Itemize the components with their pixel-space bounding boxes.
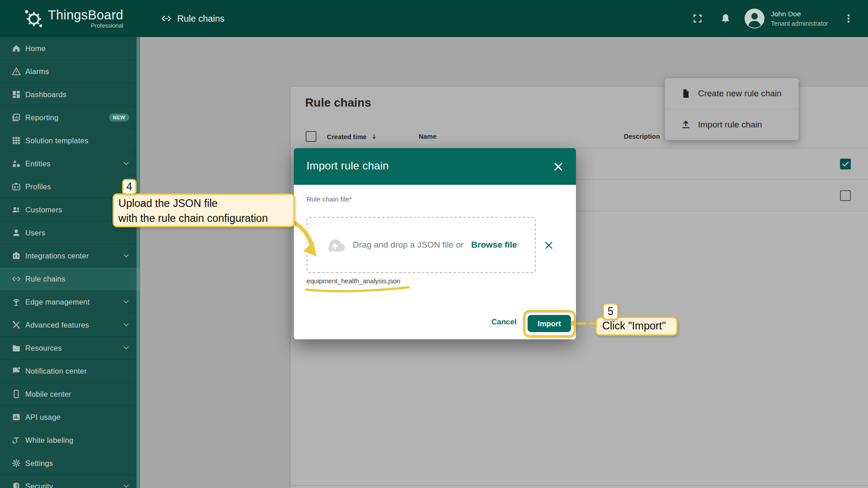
sidebar-item-settings[interactable]: Settings bbox=[0, 452, 140, 475]
settings-gear-icon bbox=[11, 458, 21, 468]
rule-chain-file-label: Rule chain file* bbox=[307, 195, 352, 203]
import-button[interactable]: Import bbox=[528, 315, 571, 332]
sidebar-item-reporting[interactable]: Reporting NEW bbox=[0, 106, 140, 129]
profiles-icon bbox=[11, 182, 21, 192]
chevron-down-icon bbox=[122, 298, 130, 306]
sidebar-item-dashboards[interactable]: Dashboards bbox=[0, 83, 140, 106]
user-info[interactable]: John Doe Tenant administrator bbox=[771, 10, 828, 27]
sidebar-item-api-usage[interactable]: API usage bbox=[0, 406, 140, 429]
reporting-icon bbox=[11, 113, 21, 122]
avatar[interactable] bbox=[744, 8, 765, 29]
chevron-down-icon bbox=[122, 344, 130, 352]
sidebar-item-customers[interactable]: Customers bbox=[0, 198, 140, 221]
clear-file-icon[interactable] bbox=[543, 240, 554, 251]
sidebar-item-security[interactable]: Security bbox=[0, 475, 140, 488]
customers-icon bbox=[11, 205, 21, 215]
breadcrumb: Rule chains bbox=[160, 0, 225, 37]
sidebar-item-white-labeling[interactable]: White labeling bbox=[0, 429, 140, 452]
notifications-bell-icon[interactable] bbox=[720, 13, 731, 24]
sidebar-item-notification-center[interactable]: Notification center bbox=[0, 360, 140, 383]
sidebar-item-entities[interactable]: Entities bbox=[0, 152, 140, 175]
sidebar-item-users[interactable]: Users bbox=[0, 221, 140, 244]
sidebar-item-edge-management[interactable]: Edge management bbox=[0, 291, 140, 314]
breadcrumb-label: Rule chains bbox=[177, 14, 225, 24]
sidebar-item-profiles[interactable]: Profiles bbox=[0, 175, 140, 198]
mobile-center-icon bbox=[11, 389, 21, 399]
white-labeling-icon bbox=[11, 435, 21, 445]
chevron-down-icon bbox=[122, 252, 130, 260]
file-dropzone[interactable]: Drag and drop a JSON file or Browse file bbox=[307, 217, 536, 273]
sidebar-item-resources[interactable]: Resources bbox=[0, 337, 140, 360]
home-icon bbox=[11, 43, 21, 53]
user-name: John Doe bbox=[771, 10, 828, 18]
sidebar-item-advanced-features[interactable]: Advanced features bbox=[0, 314, 140, 337]
kebab-menu-icon[interactable] bbox=[843, 13, 854, 24]
logo-title: ThingsBoard bbox=[48, 8, 123, 22]
thingsboard-logo-icon bbox=[23, 8, 44, 29]
import-rule-chain-dialog: Import rule chain Rule chain file* Drag … bbox=[294, 148, 576, 339]
rule-chain-icon bbox=[160, 13, 172, 24]
notification-center-icon bbox=[11, 366, 21, 376]
sidebar-item-rule-chains[interactable]: Rule chains bbox=[0, 267, 140, 291]
dashboards-icon bbox=[11, 89, 21, 99]
sidebar: Home Alarms Dashboards Reporting NEW Sol… bbox=[0, 37, 140, 488]
sidebar-item-mobile-center[interactable]: Mobile center bbox=[0, 383, 140, 406]
dialog-title: Import rule chain bbox=[307, 160, 389, 172]
sidebar-item-solution-templates[interactable]: Solution templates bbox=[0, 129, 140, 152]
cloud-upload-icon bbox=[325, 238, 345, 252]
new-badge: NEW bbox=[109, 113, 129, 122]
sidebar-item-integrations-center[interactable]: Integrations center bbox=[0, 244, 140, 267]
dialog-header: Import rule chain bbox=[294, 148, 576, 185]
resources-folder-icon bbox=[11, 343, 21, 353]
alarms-icon bbox=[11, 66, 21, 76]
sidebar-item-home[interactable]: Home bbox=[0, 37, 140, 60]
sidebar-item-alarms[interactable]: Alarms bbox=[0, 60, 140, 83]
integrations-center-icon bbox=[11, 251, 21, 261]
advanced-features-icon bbox=[11, 320, 21, 330]
thingsboard-logo[interactable]: ThingsBoard Professional bbox=[23, 8, 123, 29]
user-role: Tenant administrator bbox=[771, 20, 828, 27]
selected-file-name: equipment_health_analysis.json bbox=[307, 277, 400, 285]
top-bar: ThingsBoard Professional Rule chains Joh… bbox=[0, 0, 868, 37]
logo-subtitle: Professional bbox=[48, 22, 123, 29]
fullscreen-icon[interactable] bbox=[692, 13, 703, 24]
api-usage-icon bbox=[11, 412, 21, 422]
chevron-down-icon bbox=[122, 183, 130, 191]
chevron-down-icon bbox=[122, 482, 130, 488]
cancel-button[interactable]: Cancel bbox=[491, 318, 517, 327]
edge-management-icon bbox=[11, 297, 21, 307]
chevron-down-icon bbox=[122, 321, 130, 329]
sidebar-scrollbar[interactable] bbox=[137, 37, 140, 488]
chevron-down-icon bbox=[122, 160, 130, 168]
close-icon[interactable] bbox=[552, 161, 564, 173]
dropzone-text: Drag and drop a JSON file or bbox=[353, 240, 463, 250]
rule-chains-icon bbox=[11, 274, 21, 284]
security-shield-icon bbox=[11, 481, 21, 488]
entities-icon bbox=[11, 159, 21, 169]
users-icon bbox=[11, 228, 21, 238]
browse-file-link[interactable]: Browse file bbox=[471, 240, 517, 250]
solution-templates-icon bbox=[11, 136, 21, 145]
